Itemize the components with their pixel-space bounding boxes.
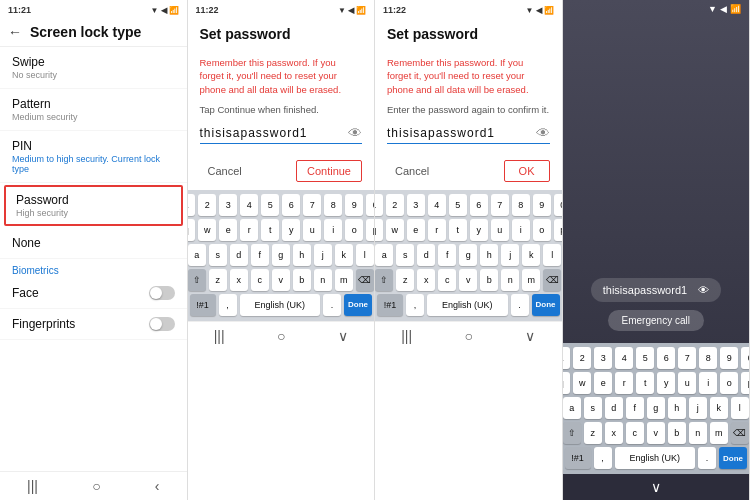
lock-item-pin[interactable]: PIN Medium to high security. Current loc…	[0, 131, 187, 183]
back-button[interactable]: ←	[8, 24, 22, 40]
kb-comma[interactable]: ,	[219, 294, 237, 316]
kb2-6[interactable]: 6	[470, 194, 488, 216]
kb-u[interactable]: u	[303, 219, 321, 241]
kb-key-0[interactable]: 0	[366, 194, 375, 216]
kb-key-9[interactable]: 9	[345, 194, 363, 216]
kb-key-1[interactable]: 1	[188, 194, 196, 216]
eye-icon-2[interactable]: 👁	[536, 125, 550, 141]
kb-o[interactable]: o	[345, 219, 363, 241]
kb-done-1[interactable]: Done	[344, 294, 372, 316]
kb2-9[interactable]: 9	[533, 194, 551, 216]
kb2-0[interactable]: 0	[554, 194, 563, 216]
kb-y[interactable]: y	[282, 219, 300, 241]
kb-lang-2[interactable]: English (UK)	[427, 294, 508, 316]
kb4-lang[interactable]: English (UK)	[615, 447, 696, 469]
kb-l[interactable]: l	[356, 244, 374, 266]
set-password-title-2: Set password	[375, 18, 562, 50]
kb-z[interactable]: z	[209, 269, 227, 291]
kb-d[interactable]: d	[230, 244, 248, 266]
kb-k[interactable]: k	[335, 244, 353, 266]
nav-menu-icon[interactable]: |||	[27, 478, 38, 494]
kb-row-q-1: q w e r t y u i o p	[190, 219, 373, 241]
kb-f[interactable]: f	[251, 244, 269, 266]
kb-shift[interactable]: ⇧	[188, 269, 206, 291]
kb2-4[interactable]: 4	[428, 194, 446, 216]
kb4-row-numbers: 1 2 3 4 5 6 7 8 9 0	[565, 347, 748, 369]
nav-menu-icon-3[interactable]: |||	[401, 328, 412, 344]
continue-button[interactable]: Continue	[296, 160, 362, 182]
kb-q[interactable]: q	[188, 219, 196, 241]
lock-screen-password-field[interactable]: thisisapassword1 👁	[591, 278, 721, 302]
kb-m[interactable]: m	[335, 269, 353, 291]
kb-j[interactable]: j	[314, 244, 332, 266]
kb2-3[interactable]: 3	[407, 194, 425, 216]
cancel-button-1[interactable]: Cancel	[200, 160, 250, 182]
nav-down-icon-3[interactable]: ∨	[525, 328, 535, 344]
nav-home-icon-3[interactable]: ○	[464, 328, 472, 344]
lock-item-password[interactable]: Password High security	[4, 185, 183, 226]
password-input-1[interactable]: thisisapassword1	[200, 126, 349, 140]
nav-home-icon[interactable]: ○	[92, 478, 100, 494]
kb-h[interactable]: h	[293, 244, 311, 266]
kb-s[interactable]: s	[209, 244, 227, 266]
status-time-2: 11:22	[196, 5, 219, 15]
kb-done-4[interactable]: Done	[719, 447, 747, 469]
lock-screen-bottom: thisisapassword1 👁 Emergency call	[563, 266, 750, 343]
nav-bar-3: ||| ○ ∨	[375, 321, 562, 350]
kb2-8[interactable]: 8	[512, 194, 530, 216]
kb-a[interactable]: a	[188, 244, 206, 266]
lock-item-swipe[interactable]: Swipe No security	[0, 47, 187, 89]
kb-b[interactable]: b	[293, 269, 311, 291]
panel-screen-lock: 11:21 ▼ ◀ 📶 ← Screen lock type Swipe No …	[0, 0, 188, 500]
emergency-call-button[interactable]: Emergency call	[608, 310, 704, 331]
kb-c[interactable]: c	[251, 269, 269, 291]
kb-key-5[interactable]: 5	[261, 194, 279, 216]
kb-i[interactable]: i	[324, 219, 342, 241]
kb-key-2[interactable]: 2	[198, 194, 216, 216]
cancel-button-2[interactable]: Cancel	[387, 160, 437, 182]
kb-key-8[interactable]: 8	[324, 194, 342, 216]
kb2-1[interactable]: 1	[375, 194, 383, 216]
lock-screen-eye-icon[interactable]: 👁	[698, 284, 709, 296]
kb-x[interactable]: x	[230, 269, 248, 291]
face-toggle-item[interactable]: Face	[0, 278, 187, 309]
kb2-7[interactable]: 7	[491, 194, 509, 216]
fingerprints-toggle[interactable]	[149, 317, 175, 331]
kb2-2[interactable]: 2	[386, 194, 404, 216]
keyboard-2: 1 2 3 4 5 6 7 8 9 0 q w e r t y u i o p …	[375, 190, 562, 321]
nav-home-icon-2[interactable]: ○	[277, 328, 285, 344]
password-input-2[interactable]: thisisapassword1	[387, 126, 536, 140]
kb-p[interactable]: p	[366, 219, 375, 241]
ok-button[interactable]: OK	[504, 160, 550, 182]
nav-back-icon[interactable]: ‹	[155, 478, 160, 494]
kb-g[interactable]: g	[272, 244, 290, 266]
lock-screen-password-text: thisisapassword1	[603, 284, 687, 296]
kb-n[interactable]: n	[314, 269, 332, 291]
kb2-5[interactable]: 5	[449, 194, 467, 216]
kb-done-2[interactable]: Done	[532, 294, 560, 316]
status-bar-1: 11:21 ▼ ◀ 📶	[0, 0, 187, 18]
kb-t[interactable]: t	[261, 219, 279, 241]
kb-lang[interactable]: English (UK)	[240, 294, 321, 316]
kb-r[interactable]: r	[240, 219, 258, 241]
kb-e[interactable]: e	[219, 219, 237, 241]
nav-chevron-4[interactable]: ∨	[651, 479, 661, 495]
nav-down-icon-2[interactable]: ∨	[338, 328, 348, 344]
kb-v[interactable]: v	[272, 269, 290, 291]
fingerprints-toggle-item[interactable]: Fingerprints	[0, 309, 187, 340]
kb-key-3[interactable]: 3	[219, 194, 237, 216]
kb-period[interactable]: .	[323, 294, 341, 316]
keyboard-4: 1 2 3 4 5 6 7 8 9 0 q w e r t y u i o p …	[563, 343, 750, 474]
lock-item-none[interactable]: None	[0, 228, 187, 259]
kb-key-6[interactable]: 6	[282, 194, 300, 216]
nav-menu-icon-2[interactable]: |||	[214, 328, 225, 344]
lock-item-pattern[interactable]: Pattern Medium security	[0, 89, 187, 131]
eye-icon-1[interactable]: 👁	[348, 125, 362, 141]
kb-row-bottom-1: !#1 , English (UK) . Done	[190, 294, 373, 316]
kb-key-7[interactable]: 7	[303, 194, 321, 216]
kb-symbols[interactable]: !#1	[190, 294, 216, 316]
kb-w[interactable]: w	[198, 219, 216, 241]
face-toggle[interactable]	[149, 286, 175, 300]
kb-backspace[interactable]: ⌫	[356, 269, 374, 291]
kb-key-4[interactable]: 4	[240, 194, 258, 216]
